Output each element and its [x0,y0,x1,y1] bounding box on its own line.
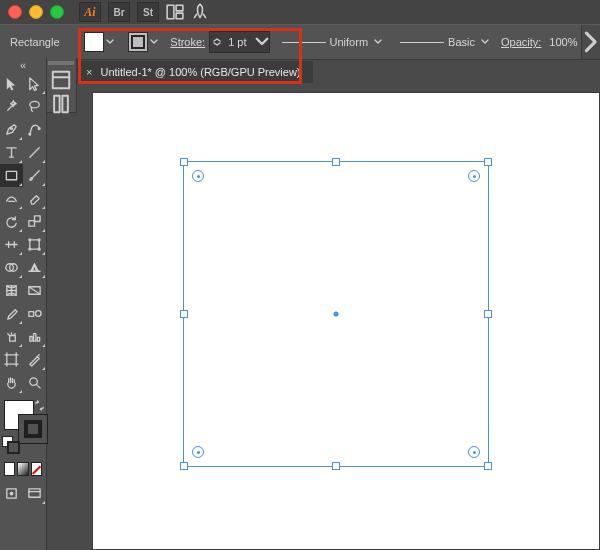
svg-rect-16 [30,240,39,249]
magic-wand-tool[interactable] [0,95,23,118]
control-bar: Rectangle Stroke: 1 pt [0,24,600,60]
artboard-tool[interactable] [0,348,23,371]
lasso-tool[interactable] [23,95,46,118]
profile-line-icon [282,42,326,43]
svg-line-11 [30,148,39,157]
eraser-tool[interactable] [23,187,46,210]
color-mode-gradient[interactable] [17,462,28,476]
tool-panel-toggle[interactable]: « [0,58,46,72]
svg-rect-36 [29,489,40,497]
hand-tool[interactable] [0,371,23,394]
eyedropper-tool[interactable] [0,302,23,325]
svg-rect-3 [53,72,70,89]
resize-handle-right[interactable] [484,310,492,318]
document-tab[interactable]: × Untitled-1* @ 100% (RGB/GPU Preview) [76,61,313,83]
svg-rect-12 [6,171,16,179]
svg-rect-13 [29,221,35,227]
symbol-sprayer-tool[interactable] [0,325,23,348]
curvature-tool[interactable] [23,118,46,141]
arrange-documents-icon[interactable] [166,3,184,21]
svg-rect-2 [176,13,183,19]
libraries-panel-icon[interactable] [50,93,72,115]
selection-center-point[interactable] [334,312,339,317]
svg-rect-0 [167,5,174,19]
brush-definition-dropdown[interactable]: Basic [396,32,495,52]
workspace [76,84,600,550]
bridge-tile[interactable]: Br [108,2,130,22]
mesh-tool[interactable] [0,279,23,302]
color-mode-solid[interactable] [4,462,15,476]
resize-handle-top[interactable] [332,158,340,166]
blend-tool[interactable] [23,302,46,325]
stroke-color-control[interactable] [128,32,160,52]
live-corner-widget[interactable] [192,446,204,458]
active-tool-label: Rectangle [4,36,72,48]
gpu-rocket-icon[interactable] [191,3,209,21]
window-close-button[interactable] [8,5,22,19]
screen-mode-button[interactable] [23,482,46,505]
stroke-swatch-large[interactable] [18,414,48,444]
selection-bounding-box[interactable] [183,161,489,467]
fill-color-control[interactable] [84,32,116,52]
variable-width-profile-dropdown[interactable]: Uniform [278,32,389,52]
scale-tool[interactable] [23,210,46,233]
stock-tile[interactable]: St [137,2,159,22]
type-tool[interactable] [0,141,23,164]
rectangle-tool[interactable] [0,164,23,187]
slice-tool[interactable] [23,348,46,371]
panel-gripper-icon [48,61,74,65]
window-minimize-button[interactable] [29,5,43,19]
svg-rect-14 [35,216,41,222]
swap-fill-stroke-icon[interactable] [34,400,45,413]
free-transform-tool[interactable] [23,233,46,256]
perspective-grid-tool[interactable] [23,256,46,279]
resize-handle-bottom[interactable] [332,462,340,470]
stroke-weight-input[interactable]: 1 pt [209,31,269,53]
shape-builder-tool[interactable] [0,256,23,279]
window-maximize-button[interactable] [50,5,64,19]
tool-panel: « [0,58,47,550]
live-corner-widget[interactable] [192,170,204,182]
svg-rect-25 [29,312,34,317]
collapsed-panel-strip[interactable] [46,58,77,113]
chevron-down-icon [104,32,116,52]
rotate-tool[interactable] [0,210,23,233]
resize-handle-bottom-right[interactable] [484,462,492,470]
stroke-weight-value: 1 pt [224,36,254,48]
direct-selection-tool[interactable] [23,72,46,95]
shaper-tool[interactable] [0,187,23,210]
column-graph-tool[interactable] [23,325,46,348]
fill-stroke-swatch[interactable] [0,398,46,462]
live-corner-widget[interactable] [468,170,480,182]
properties-panel-icon[interactable] [50,69,72,91]
color-mode-none[interactable] [31,462,42,476]
close-icon[interactable]: × [86,66,92,78]
svg-rect-28 [30,337,32,342]
resize-handle-bottom-left[interactable] [180,462,188,470]
zoom-tool[interactable] [23,371,46,394]
artboard-canvas[interactable] [92,92,600,550]
draw-normal-mode[interactable] [0,482,23,505]
svg-point-35 [10,492,14,496]
resize-handle-left[interactable] [180,310,188,318]
document-tab-title: Untitled-1* @ 100% (RGB/GPU Preview) [100,66,300,78]
pen-tool[interactable] [0,118,23,141]
paintbrush-tool[interactable] [23,164,46,187]
selection-tool[interactable] [0,72,23,95]
chevron-down-icon [148,32,160,52]
gradient-tool[interactable] [23,279,46,302]
svg-rect-6 [62,96,68,113]
brush-line-icon [400,42,444,43]
resize-handle-top-left[interactable] [180,158,188,166]
control-bar-overflow-button[interactable] [581,25,600,59]
opacity-label[interactable]: Opacity: [501,36,541,48]
stroke-panel-link[interactable]: Stroke: [170,36,205,48]
fill-swatch-icon [84,32,104,52]
svg-rect-29 [34,334,36,342]
default-fill-stroke-icon[interactable] [2,436,16,450]
resize-handle-top-right[interactable] [484,158,492,166]
opacity-value[interactable]: 100% [545,36,581,48]
width-tool[interactable] [0,233,23,256]
live-corner-widget[interactable] [468,446,480,458]
line-segment-tool[interactable] [23,141,46,164]
